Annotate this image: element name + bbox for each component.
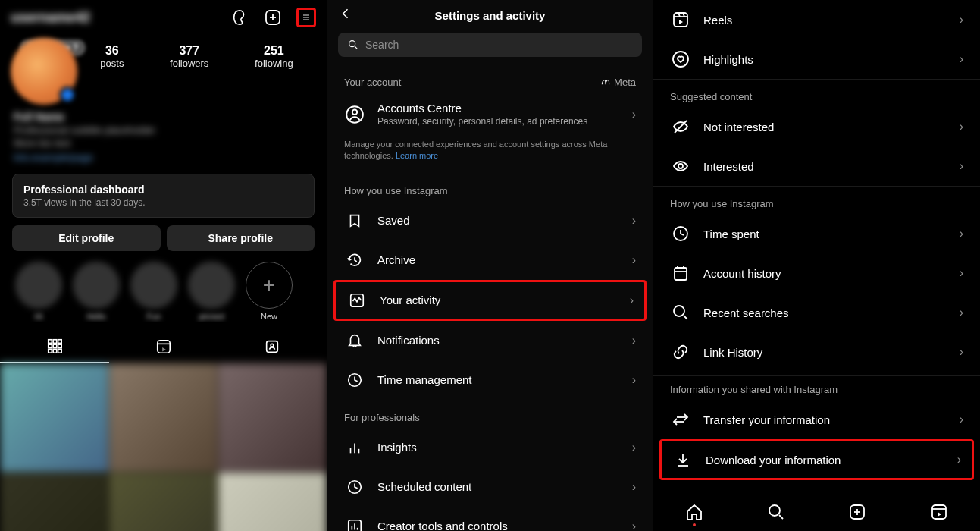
highlight-new[interactable]: +New [243,262,296,321]
svg-rect-13 [53,350,57,353]
row-label: Recent searches [703,306,947,319]
svg-rect-15 [157,341,170,353]
settings-title: Settings and activity [338,9,642,22]
eye-icon [670,156,691,177]
svg-rect-10 [53,344,57,348]
insights-row[interactable]: Insights › [327,428,653,467]
row-label: Accounts CentrePassword, security, perso… [377,102,620,127]
row-label: Not interested [703,121,947,134]
username[interactable]: username42 [11,10,90,26]
accounts-centre-row[interactable]: Accounts CentrePassword, security, perso… [327,93,653,136]
creator-tools-row[interactable]: Creator tools and controls › [327,507,653,531]
svg-rect-41 [675,268,687,280]
edit-profile-button[interactable]: Edit profile [12,225,161,251]
your-activity-row[interactable]: Your activity › [336,282,644,319]
bookmark-icon [344,210,365,231]
chevron-right-icon: › [632,108,636,121]
search-input[interactable]: Search [338,33,642,57]
post-thumbnail[interactable] [218,473,327,531]
post-thumbnail[interactable] [0,363,108,472]
settings-screen: Settings and activity Search Your accoun… [327,0,653,531]
row-label: Highlights [703,53,947,66]
bio-link[interactable]: link.example/page [14,152,313,163]
post-thumbnail[interactable] [109,473,218,531]
post-thumbnail[interactable] [0,473,108,531]
svg-rect-33 [674,13,687,27]
back-icon[interactable] [338,6,353,25]
stat-following[interactable]: 251following [255,44,293,69]
tab-tagged[interactable] [218,330,327,363]
avatar[interactable] [11,38,77,105]
row-label: Saved [377,214,620,227]
section-how-you-use: How you use Instagram [653,190,980,214]
svg-line-20 [355,46,357,49]
chevron-right-icon: › [960,159,963,173]
highlight[interactable]: pinned [185,262,238,321]
link-icon [670,341,691,363]
nav-create-icon[interactable] [847,502,867,522]
highlight[interactable]: Fun [127,262,180,321]
row-label: Interested [703,160,947,173]
add-story-badge[interactable] [59,86,76,103]
interested-row[interactable]: Interested › [653,146,980,186]
create-icon[interactable] [263,8,283,27]
chevron-right-icon: › [632,441,636,454]
row-label: Archive [377,253,620,266]
section-how-you-use: How you use Instagram [327,173,653,201]
transfer-icon [670,409,691,430]
not-interested-row[interactable]: Not interested › [653,107,980,146]
clock-icon [670,223,691,244]
dashboard-title: Professional dashboard [23,184,303,196]
time-spent-row[interactable]: Time spent › [653,214,980,253]
highlights-row[interactable]: Highlights › [653,39,980,79]
time-management-row[interactable]: Time management › [327,360,653,400]
nav-reels-icon[interactable] [929,502,949,522]
post-thumbnail[interactable] [109,363,218,472]
share-profile-button[interactable]: Share profile [167,225,315,251]
stat-posts[interactable]: 36posts [100,44,124,69]
dashboard-sub: 3.5T views in the last 30 days. [23,197,303,208]
archive-icon [344,250,365,271]
chevron-right-icon: › [630,294,634,307]
nav-home-icon[interactable] [684,502,704,522]
hamburger-menu-icon[interactable] [296,8,316,27]
post-thumbnail[interactable] [218,363,327,472]
archive-row[interactable]: Archive › [327,240,653,280]
svg-point-19 [349,41,355,47]
reels-icon [670,9,691,30]
recent-searches-row[interactable]: Recent searches › [653,293,980,332]
heart-circle-icon [670,49,691,70]
svg-rect-6 [49,340,52,344]
transfer-info-row[interactable]: Transfer your information › [653,400,980,439]
scheduled-content-row[interactable]: Scheduled content › [327,467,653,507]
link-history-row[interactable]: Link History › [653,332,980,372]
meta-logo: Meta [600,77,636,88]
highlight[interactable]: Hello [70,262,123,321]
svg-point-51 [769,505,780,516]
row-label: Download your information [706,454,945,467]
tab-reels[interactable] [109,330,218,363]
row-label: Account history [703,267,947,280]
nav-notification-dot [693,523,696,526]
activity-icon [346,290,368,311]
chevron-right-icon: › [632,334,636,347]
settings-header: Settings and activity [327,0,653,31]
reels-row[interactable]: Reels › [653,0,980,39]
account-history-row[interactable]: Account history › [653,253,980,293]
chevron-right-icon: › [960,52,963,66]
saved-row[interactable]: Saved › [327,201,653,240]
stat-followers[interactable]: 377followers [170,44,208,69]
learn-more-link[interactable]: Learn more [396,151,438,160]
profile-tabs [0,330,327,363]
highlight[interactable]: Hi [12,262,65,321]
threads-icon[interactable] [230,8,249,27]
download-info-row[interactable]: Download your information › [662,441,972,478]
insights-icon [344,437,365,458]
posts-grid [0,363,327,531]
bio: Full Name Professional subtitle placehol… [0,108,327,166]
notifications-row[interactable]: Notifications › [327,321,653,360]
professional-dashboard[interactable]: Professional dashboard 3.5T views in the… [12,174,315,218]
tab-grid[interactable] [0,330,109,363]
nav-search-icon[interactable] [766,502,786,522]
profile-top-bar: username42 [0,0,327,32]
